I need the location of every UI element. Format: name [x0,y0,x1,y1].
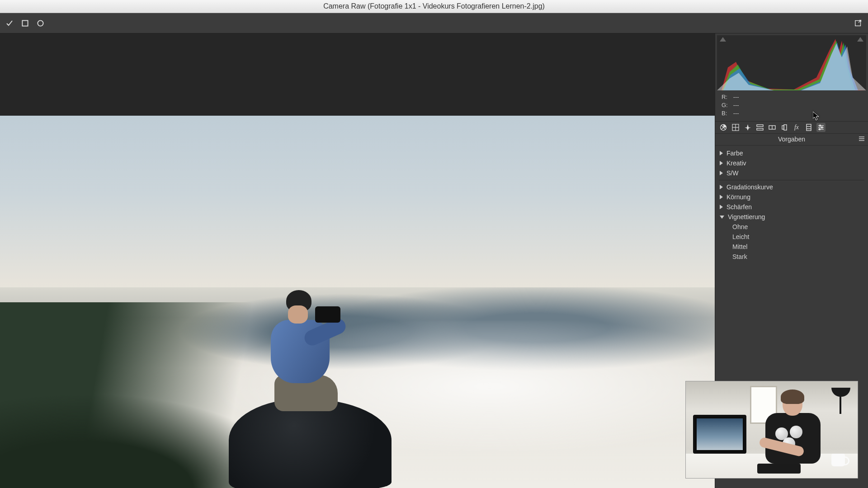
chevron-right-icon [720,171,723,175]
confirm-icon[interactable] [5,19,14,27]
tab-detail-icon[interactable] [743,123,752,132]
preset-group-label: Körnung [726,193,750,201]
circle-icon[interactable] [36,19,44,27]
preset-list: Farbe Kreativ S/W Gradationskurve [715,145,868,264]
tab-basic-icon[interactable] [719,123,728,132]
top-toolbar [0,13,868,33]
window-title: Camera Raw (Fotografie 1x1 - Videokurs F… [323,2,545,10]
tab-tone-curve-icon[interactable] [731,123,740,132]
tab-calibration-icon[interactable] [804,123,813,132]
preset-group-bw[interactable]: S/W [715,168,868,178]
square-icon[interactable] [21,19,29,27]
preset-group-label: Gradationskurve [726,183,773,191]
tab-effects-icon[interactable]: fx [792,123,801,132]
export-icon[interactable] [854,19,863,27]
histogram[interactable] [717,35,866,90]
presenter-webcam [685,381,858,479]
readout-b-label: B: [722,109,731,117]
chevron-right-icon [720,151,723,155]
panel-title: Vorgaben [778,136,805,143]
chevron-right-icon [720,205,723,209]
preset-group-label: Kreativ [726,160,746,167]
svg-point-26 [819,128,820,130]
app-shell: R: --- G: --- B: --- [0,13,868,488]
chevron-down-icon [720,216,724,219]
readout-r-label: R: [722,93,731,101]
preset-group-curve[interactable]: Gradationskurve [715,182,868,192]
window-title-bar: Camera Raw (Fotografie 1x1 - Videokurs F… [0,0,868,13]
svg-rect-16 [784,125,787,130]
panel-tab-strip: fx [715,122,868,134]
chevron-right-icon [720,185,723,189]
preset-item-vignette-strong[interactable]: Stark [715,252,868,262]
readout-g-label: G: [722,101,731,109]
preset-group-grain[interactable]: Körnung [715,192,868,202]
tab-hsl-icon[interactable] [755,123,764,132]
svg-point-22 [819,125,821,126]
preset-group-label: Farbe [726,150,743,157]
readout-r-value: --- [733,94,739,100]
preset-group-label: Schärfen [726,203,752,211]
svg-rect-17 [782,126,784,129]
preview-image [0,116,715,488]
preset-group-color[interactable]: Farbe [715,148,868,158]
preset-group-creative[interactable]: Kreativ [715,158,868,168]
svg-rect-12 [757,125,763,127]
panel-title-bar: Vorgaben [715,134,868,145]
chevron-right-icon [720,195,723,199]
readout-b-value: --- [733,110,739,117]
readout-g-value: --- [733,102,739,108]
tab-split-toning-icon[interactable] [768,123,777,132]
svg-point-1 [38,20,43,26]
svg-rect-18 [807,124,811,131]
image-viewport[interactable] [0,33,715,488]
preset-group-sharpen[interactable]: Schärfen [715,202,868,212]
histogram-graph [717,35,866,90]
svg-point-24 [821,127,822,128]
svg-rect-0 [22,20,28,26]
preset-group-label: Vignettierung [728,213,765,221]
chevron-right-icon [720,161,723,165]
tab-presets-icon[interactable] [816,123,826,132]
tab-lens-corrections-icon[interactable] [780,123,789,132]
preset-divider [719,180,864,180]
preset-item-vignette-none[interactable]: Ohne [715,222,868,232]
preset-group-label: S/W [726,169,738,177]
preset-item-vignette-light[interactable]: Leicht [715,232,868,242]
svg-marker-11 [745,124,751,131]
preset-item-vignette-medium[interactable]: Mittel [715,242,868,252]
panel-menu-icon[interactable] [859,136,864,141]
rgb-readout: R: --- G: --- B: --- [715,90,868,122]
preset-group-vignette[interactable]: Vignettierung [715,212,868,222]
svg-rect-13 [757,128,763,130]
